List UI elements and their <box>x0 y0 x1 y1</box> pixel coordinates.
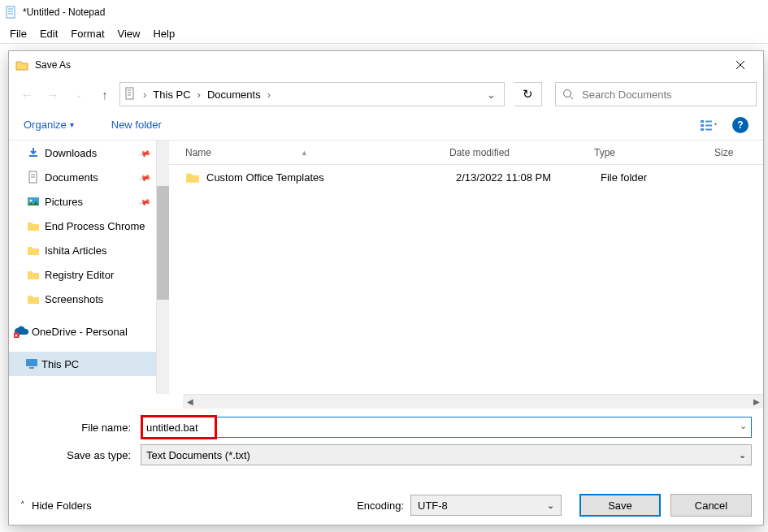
pictures-icon <box>27 195 40 208</box>
save-button[interactable]: Save <box>579 494 661 517</box>
breadcrumb-thispc[interactable]: This PC <box>148 83 195 106</box>
dialog-navbar: ← → ⌄ ↑ › This PC › Documents › ⌄ ↻ Sear… <box>9 79 763 110</box>
thispc-icon <box>25 357 38 370</box>
onedrive-icon <box>14 325 30 338</box>
forward-button[interactable]: → <box>41 83 64 106</box>
sidebar-item-thispc[interactable]: This PC <box>9 352 156 376</box>
column-date[interactable]: Date modified <box>449 147 594 158</box>
pin-icon: 📌 <box>138 195 151 208</box>
pin-icon: 📌 <box>138 146 151 159</box>
dialog-footer: ˄ Hide Folders Encoding: UTF-8 ⌄ Save Ca… <box>9 486 763 525</box>
sidebar-item-pictures[interactable]: Pictures 📌 <box>9 189 156 214</box>
menu-view[interactable]: View <box>111 25 147 42</box>
address-bar[interactable]: › This PC › Documents › ⌄ <box>119 82 505 106</box>
sidebar-item-folder[interactable]: Ishita Articles <box>9 238 156 262</box>
chevron-right-icon[interactable]: › <box>141 89 148 101</box>
menu-file[interactable]: File <box>3 25 33 42</box>
encoding-select[interactable]: UTF-8 ⌄ <box>410 495 562 516</box>
chevron-right-icon[interactable]: ▶ <box>749 397 763 406</box>
organize-button[interactable]: Organize▾ <box>20 115 77 134</box>
svg-line-11 <box>571 97 574 100</box>
chevron-left-icon[interactable]: ◀ <box>183 397 197 406</box>
sidebar-item-downloads[interactable]: Downloads 📌 <box>9 141 156 165</box>
sidebar-item-documents[interactable]: Documents 📌 <box>9 165 156 189</box>
file-name-label: File name: <box>20 422 141 434</box>
svg-rect-26 <box>29 367 34 369</box>
chevron-up-icon: ˄ <box>20 500 25 511</box>
chevron-right-icon[interactable]: › <box>196 89 202 101</box>
dialog-toolbar: Organize▾ New folder ? <box>9 110 763 141</box>
encoding-label: Encoding: <box>357 500 404 512</box>
recent-dropdown[interactable]: ⌄ <box>67 83 90 106</box>
document-icon <box>27 171 40 184</box>
sidebar-item-folder[interactable]: Registry Editor <box>9 262 156 287</box>
file-list-header: Name▲ Date modified Type Size <box>169 141 763 165</box>
close-button[interactable] <box>724 53 757 77</box>
dialog-titlebar: Save As <box>9 51 763 79</box>
download-icon <box>27 146 40 159</box>
refresh-button[interactable]: ↻ <box>514 82 542 106</box>
pin-icon: 📌 <box>138 171 151 184</box>
help-icon: ? <box>732 117 748 133</box>
folder-icon <box>27 268 40 281</box>
notepad-icon <box>5 6 18 19</box>
search-icon <box>562 89 574 100</box>
folder-icon <box>27 292 40 305</box>
save-type-label: Save as type: <box>20 449 141 461</box>
cancel-button[interactable]: Cancel <box>670 494 752 517</box>
svg-rect-0 <box>7 6 15 18</box>
folder-icon <box>27 244 40 257</box>
chevron-down-icon[interactable]: ⌄ <box>740 421 747 431</box>
dialog-title: Save As <box>35 59 724 71</box>
folder-icon <box>27 219 40 232</box>
save-type-select[interactable]: Text Documents (*.txt) ⌄ <box>141 444 752 465</box>
chevron-down-icon: ▾ <box>70 120 74 129</box>
file-list: Name▲ Date modified Type Size Custom Off… <box>169 141 763 394</box>
notepad-menubar: File Edit Format View Help <box>0 24 768 44</box>
hide-folders-button[interactable]: ˄ Hide Folders <box>20 500 92 512</box>
search-input[interactable]: Search Documents <box>555 82 757 106</box>
document-icon <box>124 87 138 102</box>
notepad-titlebar: *Untitled - Notepad <box>0 0 768 24</box>
svg-point-23 <box>30 200 33 202</box>
sort-asc-icon: ▲ <box>301 149 308 157</box>
svg-rect-6 <box>126 88 133 99</box>
column-type[interactable]: Type <box>594 147 714 158</box>
breadcrumb-documents[interactable]: Documents <box>202 83 266 106</box>
chevron-right-icon[interactable]: › <box>266 89 272 101</box>
back-button[interactable]: ← <box>15 83 38 106</box>
folder-icon <box>185 170 200 184</box>
search-placeholder: Search Documents <box>582 89 672 101</box>
menu-help[interactable]: Help <box>146 25 181 42</box>
address-dropdown[interactable]: ⌄ <box>481 89 501 101</box>
sidebar-scrollbar[interactable] <box>156 141 169 394</box>
menu-format[interactable]: Format <box>64 25 111 42</box>
new-folder-button[interactable]: New folder <box>108 115 165 134</box>
svg-rect-25 <box>26 359 37 366</box>
form-area: File name: ⌄ Save as type: Text Document… <box>9 409 763 465</box>
svg-rect-14 <box>701 128 704 131</box>
svg-point-10 <box>564 90 571 97</box>
chevron-down-icon: ⌄ <box>739 450 746 461</box>
svg-rect-12 <box>701 120 704 123</box>
sidebar-item-onedrive[interactable]: OneDrive - Personal <box>9 319 156 344</box>
help-button[interactable]: ? <box>729 114 752 136</box>
sidebar-item-folder[interactable]: Screenshots <box>9 287 156 311</box>
notepad-title: *Untitled - Notepad <box>23 6 105 18</box>
view-button[interactable] <box>698 114 721 136</box>
save-as-dialog: Save As ← → ⌄ ↑ › This PC › Documents › … <box>8 50 764 526</box>
column-size[interactable]: Size <box>714 147 763 158</box>
column-name[interactable]: Name▲ <box>185 147 449 158</box>
sidebar-item-folder[interactable]: End Process Chrome <box>9 214 156 238</box>
file-row[interactable]: Custom Office Templates 2/13/2022 11:08 … <box>169 165 763 189</box>
chevron-down-icon: ⌄ <box>547 500 554 511</box>
svg-rect-13 <box>701 124 704 127</box>
dialog-icon <box>15 58 28 71</box>
file-name-input[interactable] <box>141 417 752 438</box>
menu-edit[interactable]: Edit <box>33 25 64 42</box>
up-button[interactable]: ↑ <box>93 83 116 106</box>
file-list-hscrollbar[interactable]: ◀ ▶ <box>183 394 763 409</box>
sidebar: Downloads 📌 Documents 📌 Pictures 📌 End P… <box>9 141 156 394</box>
